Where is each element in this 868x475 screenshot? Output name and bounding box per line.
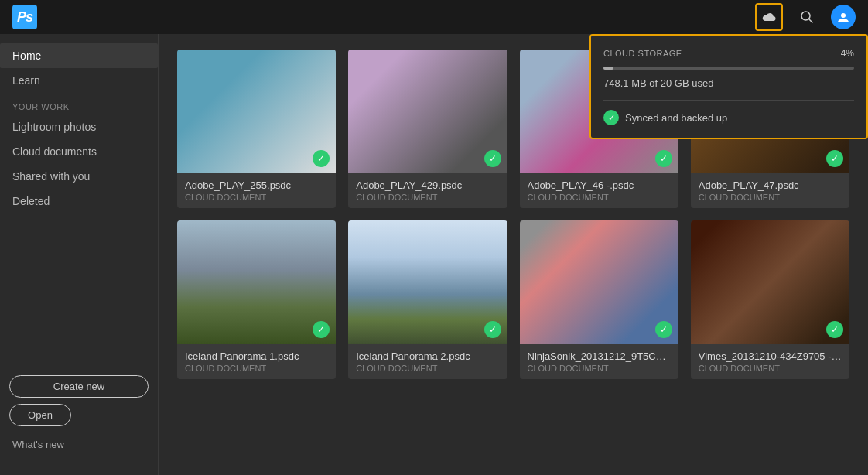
svg-point-3 [841, 13, 846, 18]
card-5-info: Iceland Panorama 1.psdc CLOUD DOCUMENT [177, 344, 336, 379]
cloud-storage-usage: 748.1 MB of 20 GB used [603, 77, 854, 89]
open-button[interactable]: Open [9, 404, 71, 426]
card-3-check-icon: ✓ [655, 150, 672, 167]
card-7-thumbnail: ✓ [520, 220, 678, 344]
card-2-type: CLOUD DOCUMENT [356, 193, 499, 202]
document-card-6[interactable]: ✓ Iceland Panorama 2.psdc CLOUD DOCUMENT [348, 220, 507, 379]
document-card-7[interactable]: ✓ NinjaSonik_20131212_9T5C8918 - Copy.ps… [520, 220, 678, 379]
card-2-thumbnail: ✓ [348, 50, 507, 173]
main-layout: Home Learn Your Work Lightroom photos Cl… [0, 34, 868, 475]
search-button[interactable] [795, 5, 818, 29]
sidebar-whats-new[interactable]: What's new [9, 432, 149, 456]
card-5-name: Iceland Panorama 1.psdc [185, 350, 328, 362]
card-5-type: CLOUD DOCUMENT [185, 364, 328, 373]
card-1-thumbnail: ✓ [177, 50, 336, 173]
card-2-info: Adobe_PLAY_429.psdc CLOUD DOCUMENT [348, 173, 507, 208]
card-8-name: Vimes_20131210-434Z9705 - Copy.psdc [699, 350, 842, 362]
sidebar-item-deleted[interactable]: Deleted [0, 189, 158, 214]
card-8-thumbnail: ✓ [691, 220, 849, 344]
cloud-popup-percent: 4% [841, 48, 854, 59]
document-card-5[interactable]: ✓ Iceland Panorama 1.psdc CLOUD DOCUMENT [177, 220, 336, 379]
card-8-type: CLOUD DOCUMENT [699, 364, 842, 373]
create-new-button[interactable]: Create new [9, 375, 149, 398]
card-7-check-icon: ✓ [655, 321, 672, 338]
sidebar-nav: Home Learn Your Work Lightroom photos Cl… [0, 43, 158, 366]
card-3-info: Adobe_PLAY_46 -.psdc CLOUD DOCUMENT [520, 173, 678, 208]
card-5-thumbnail: ✓ [177, 220, 336, 344]
card-2-name: Adobe_PLAY_429.psdc [356, 179, 499, 191]
document-card-1[interactable]: ✓ Adobe_PLAY_255.psdc CLOUD DOCUMENT [177, 50, 336, 208]
sidebar-item-home[interactable]: Home [0, 43, 158, 68]
cloud-popup-divider [603, 100, 854, 101]
card-4-check-icon: ✓ [826, 150, 843, 167]
synced-check-icon: ✓ [603, 110, 619, 125]
card-6-type: CLOUD DOCUMENT [356, 364, 499, 373]
card-3-type: CLOUD DOCUMENT [528, 193, 671, 202]
card-8-info: Vimes_20131210-434Z9705 - Copy.psdc CLOU… [691, 344, 849, 379]
topbar: Ps [0, 0, 868, 34]
card-1-name: Adobe_PLAY_255.psdc [185, 179, 328, 191]
card-4-info: Adobe_PLAY_47.psdc CLOUD DOCUMENT [691, 173, 849, 208]
sidebar-bottom: Create new Open What's new [0, 366, 158, 466]
card-2-check-icon: ✓ [484, 150, 501, 167]
card-4-name: Adobe_PLAY_47.psdc [699, 179, 842, 191]
card-8-check-icon: ✓ [826, 321, 843, 338]
ps-logo: Ps [12, 5, 37, 29]
sidebar-item-cloud-documents[interactable]: Cloud documents [0, 139, 158, 164]
card-5-check-icon: ✓ [313, 321, 330, 338]
card-1-type: CLOUD DOCUMENT [185, 193, 328, 202]
card-6-thumbnail: ✓ [348, 220, 507, 344]
sidebar-your-work-label: Your Work [0, 93, 158, 114]
card-6-info: Iceland Panorama 2.psdc CLOUD DOCUMENT [348, 344, 507, 379]
card-7-name: NinjaSonik_20131212_9T5C8918 - Copy.psdc [528, 350, 671, 362]
card-7-info: NinjaSonik_20131212_9T5C8918 - Copy.psdc… [520, 344, 678, 379]
content-area: CLOUD STORAGE 4% 748.1 MB of 20 GB used … [159, 34, 868, 475]
cloud-storage-progress-bar-fill [603, 67, 613, 70]
cloud-storage-progress-bar-bg [603, 67, 854, 70]
card-7-type: CLOUD DOCUMENT [528, 364, 671, 373]
card-3-name: Adobe_PLAY_46 -.psdc [528, 179, 671, 191]
user-avatar[interactable] [831, 5, 856, 29]
sidebar-item-lightroom-photos[interactable]: Lightroom photos [0, 114, 158, 139]
card-4-type: CLOUD DOCUMENT [699, 193, 842, 202]
cloud-popup-status-text: Synced and backed up [625, 112, 727, 124]
document-card-2[interactable]: ✓ Adobe_PLAY_429.psdc CLOUD DOCUMENT [348, 50, 507, 208]
svg-line-1 [809, 19, 813, 23]
cloud-storage-button[interactable] [755, 3, 783, 31]
card-6-check-icon: ✓ [484, 321, 501, 338]
cloud-storage-popup: CLOUD STORAGE 4% 748.1 MB of 20 GB used … [589, 34, 868, 139]
sidebar-item-learn[interactable]: Learn [0, 68, 158, 93]
topbar-right [755, 3, 856, 31]
cloud-popup-header: CLOUD STORAGE 4% [603, 48, 854, 59]
card-1-check-icon: ✓ [313, 150, 330, 167]
sidebar: Home Learn Your Work Lightroom photos Cl… [0, 34, 159, 475]
sidebar-item-shared-with-you[interactable]: Shared with you [0, 164, 158, 189]
card-6-name: Iceland Panorama 2.psdc [356, 350, 499, 362]
document-card-8[interactable]: ✓ Vimes_20131210-434Z9705 - Copy.psdc CL… [691, 220, 849, 379]
card-1-info: Adobe_PLAY_255.psdc CLOUD DOCUMENT [177, 173, 336, 208]
cloud-popup-title: CLOUD STORAGE [603, 49, 682, 58]
topbar-left: Ps [12, 5, 37, 29]
cloud-popup-status: ✓ Synced and backed up [603, 110, 854, 125]
